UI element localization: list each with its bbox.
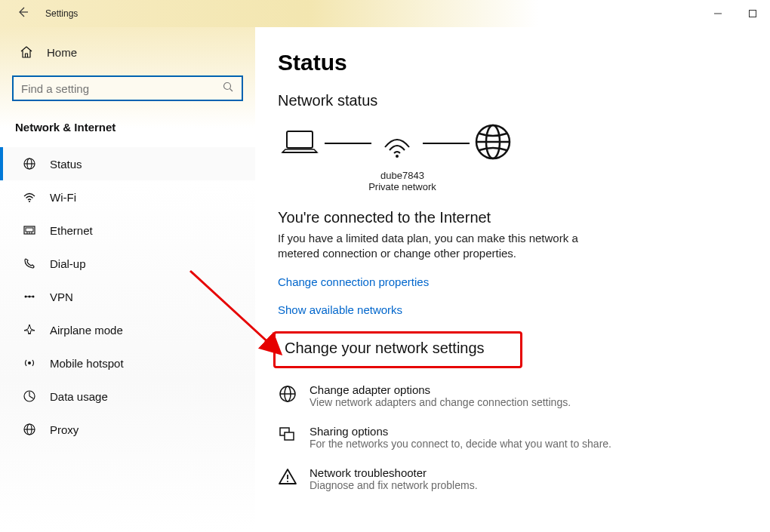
svg-rect-9 bbox=[26, 228, 33, 232]
back-button[interactable] bbox=[17, 6, 29, 21]
sidebar-item-ethernet[interactable]: Ethernet bbox=[0, 214, 255, 247]
search-input[interactable] bbox=[21, 82, 223, 95]
sharing-icon bbox=[278, 425, 297, 444]
warning-icon bbox=[278, 466, 297, 486]
option-desc: For the networks you connect to, decide … bbox=[310, 438, 611, 450]
svg-line-3 bbox=[230, 88, 233, 91]
airplane-icon bbox=[23, 323, 36, 337]
titlebar: Settings bbox=[0, 0, 770, 27]
option-title: Network troubleshooter bbox=[310, 466, 478, 479]
sidebar-item-label: Status bbox=[50, 158, 82, 171]
home-icon bbox=[20, 45, 33, 59]
minimize-button[interactable] bbox=[713, 8, 723, 19]
svg-rect-23 bbox=[287, 131, 313, 148]
svg-point-24 bbox=[396, 155, 399, 158]
sidebar: Home Network & Internet Status Wi-Fi Eth… bbox=[0, 27, 255, 532]
option-desc: Diagnose and fix network problems. bbox=[310, 479, 478, 491]
window-title: Settings bbox=[45, 8, 78, 19]
ethernet-icon bbox=[23, 223, 36, 237]
adapter-icon bbox=[278, 383, 297, 403]
sidebar-item-label: Proxy bbox=[50, 423, 79, 436]
network-type: Private network bbox=[353, 181, 451, 192]
sidebar-item-label: VPN bbox=[50, 291, 73, 303]
sidebar-item-label: Wi-Fi bbox=[50, 191, 76, 204]
home-button[interactable]: Home bbox=[12, 27, 243, 75]
option-troubleshooter[interactable]: Network troubleshooter Diagnose and fix … bbox=[278, 466, 770, 491]
connected-body: If you have a limited data plan, you can… bbox=[278, 231, 610, 262]
category-heading: Network & Internet bbox=[12, 101, 243, 147]
sidebar-item-label: Airplane mode bbox=[50, 324, 123, 337]
home-label: Home bbox=[47, 46, 77, 59]
search-icon bbox=[223, 81, 234, 96]
main-content: Status Network status dube7843 Private n… bbox=[255, 27, 770, 532]
sidebar-item-dialup[interactable]: Dial-up bbox=[0, 247, 255, 280]
phone-icon bbox=[23, 257, 36, 270]
sidebar-item-wifi[interactable]: Wi-Fi bbox=[0, 180, 255, 214]
svg-point-34 bbox=[287, 481, 288, 482]
sidebar-item-label: Ethernet bbox=[50, 224, 93, 237]
sidebar-item-hotspot[interactable]: Mobile hotspot bbox=[0, 346, 255, 380]
proxy-icon bbox=[23, 423, 36, 436]
network-name: dube7843 bbox=[353, 170, 451, 181]
page-title: Status bbox=[278, 50, 770, 75]
globe-icon bbox=[23, 157, 36, 171]
sidebar-item-status[interactable]: Status bbox=[0, 147, 255, 180]
sidebar-item-label: Mobile hotspot bbox=[50, 357, 124, 370]
sidebar-item-label: Data usage bbox=[50, 390, 108, 403]
svg-point-7 bbox=[29, 201, 30, 202]
network-status-heading: Network status bbox=[278, 92, 770, 109]
laptop-icon bbox=[279, 127, 320, 160]
hotspot-icon bbox=[23, 356, 36, 370]
sidebar-item-vpn[interactable]: VPN bbox=[0, 280, 255, 313]
change-settings-heading: Change your network settings bbox=[285, 340, 511, 357]
option-sharing[interactable]: Sharing options For the networks you con… bbox=[278, 425, 770, 450]
option-desc: View network adapters and change connect… bbox=[310, 396, 571, 408]
sidebar-item-datausage[interactable]: Data usage bbox=[0, 380, 255, 413]
show-networks-link[interactable]: Show available networks bbox=[278, 303, 770, 316]
diagram-line bbox=[325, 143, 371, 144]
svg-point-18 bbox=[28, 361, 31, 364]
highlight-box: Change your network settings bbox=[273, 331, 522, 368]
option-title: Change adapter options bbox=[310, 383, 571, 396]
search-box[interactable] bbox=[12, 75, 243, 101]
vpn-icon bbox=[23, 290, 36, 303]
change-props-link[interactable]: Change connection properties bbox=[278, 275, 770, 288]
svg-rect-1 bbox=[750, 11, 756, 17]
connected-heading: You're connected to the Internet bbox=[278, 209, 770, 226]
sidebar-item-airplane[interactable]: Airplane mode bbox=[0, 313, 255, 346]
wifi-icon bbox=[23, 190, 36, 204]
sidebar-item-label: Dial-up bbox=[50, 257, 86, 270]
svg-rect-32 bbox=[285, 432, 294, 440]
option-title: Sharing options bbox=[310, 425, 611, 438]
wifi-large-icon bbox=[376, 125, 418, 162]
maximize-button[interactable] bbox=[747, 8, 758, 19]
option-adapter[interactable]: Change adapter options View network adap… bbox=[278, 383, 770, 408]
diagram-line bbox=[423, 143, 470, 144]
globe-large-icon bbox=[474, 123, 512, 164]
svg-point-2 bbox=[224, 82, 231, 89]
network-diagram bbox=[278, 123, 770, 164]
sidebar-item-proxy[interactable]: Proxy bbox=[0, 413, 255, 446]
data-icon bbox=[23, 389, 36, 403]
